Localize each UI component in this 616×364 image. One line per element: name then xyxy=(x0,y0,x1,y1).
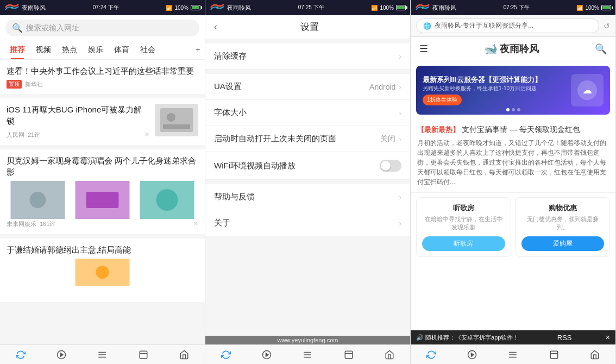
settings-arrow-help: › xyxy=(399,193,401,202)
status-time-2: 07:25 下午 xyxy=(298,4,324,11)
settings-arrow-clear: › xyxy=(399,52,401,61)
news-meta-2: 人民网 21评 × xyxy=(7,130,149,140)
search-input-wrap[interactable]: 🔍 搜索或输入网址 xyxy=(5,20,199,36)
search-bar: 🔍 搜索或输入网址 xyxy=(0,15,205,41)
settings-item-about[interactable]: 关于 › xyxy=(205,210,410,236)
nav-menu-2[interactable] xyxy=(303,350,312,360)
status-left-1: 夜雨聆风 xyxy=(4,3,46,12)
banner-ad[interactable]: 最新系列III云服务器【更强计算能力】 另赠先买新秒换服务，终生承担1-10万日… xyxy=(416,66,610,115)
panel-settings: 夜雨聆风 07:25 下午 📶 100% ‹ 设置 清除缓存 › UA设置 An… xyxy=(205,0,411,364)
service-card-shop[interactable]: 购物优惠 无门槛优惠券，领到就是赚到。 爱购屋 xyxy=(516,197,611,257)
settings-item-autoopen[interactable]: 启动时自动打开上次未关闭的页面 关闭 › xyxy=(205,126,410,152)
settings-title: 设置 xyxy=(300,21,319,33)
settings-label-clear: 清除缓存 xyxy=(214,51,399,61)
url-text: 夜雨聆风-专注于互联网资源分享... xyxy=(435,21,533,30)
settings-item-clear-cache[interactable]: 清除缓存 › xyxy=(205,43,410,70)
service-card-shop-btn[interactable]: 爱购屋 xyxy=(521,236,605,251)
bottom-nav-1 xyxy=(0,344,205,364)
svg-marker-22 xyxy=(266,353,269,356)
nav-tab-3[interactable] xyxy=(549,350,559,360)
url-bar[interactable]: 🌐 夜雨聆风-专注于互联网资源分享... xyxy=(416,18,599,33)
hot-article[interactable]: 【最新最热】 支付宝搞事情 — 每天领取现金红包 月初的活动，老夜昨晚才知道，又… xyxy=(411,119,615,193)
signal-icon-1: 📶 xyxy=(166,5,172,11)
settings-header: ‹ 设置 xyxy=(205,15,410,39)
service-card-shop-desc: 无门槛优惠券，领到就是赚到。 xyxy=(521,215,605,232)
nav-home-1[interactable] xyxy=(179,350,189,360)
news-publisher-1: 新华社 xyxy=(25,80,43,89)
rss-icon[interactable]: RSS xyxy=(557,334,572,342)
news-with-img-2: iOS 11再曝大BUG iPhone可被暴力解锁 人民网 21评 × xyxy=(7,104,198,140)
service-card-music-btn[interactable]: 听歌房 xyxy=(422,236,505,251)
settings-back-btn[interactable]: ‹ xyxy=(214,21,217,33)
browser-bar: 🌐 夜雨聆风-专注于互联网资源分享... ↺ xyxy=(411,15,615,37)
settings-value-ua: Android xyxy=(369,83,395,91)
nav-menu-3[interactable] xyxy=(508,350,518,360)
hot-title: 支付宝搞事情 — 每天领取现金红包 xyxy=(462,125,580,134)
settings-value-autoopen: 关闭 xyxy=(380,134,395,144)
news-img-2 xyxy=(155,104,198,136)
settings-label-wifi: WiFi环境视频自动播放 xyxy=(214,161,380,171)
news-source-2: 人民网 xyxy=(7,131,24,139)
settings-toggle-wifi[interactable] xyxy=(380,160,401,172)
nav-play-3[interactable] xyxy=(467,350,477,360)
banner-dot-3 xyxy=(517,108,520,111)
nav-home-2[interactable] xyxy=(385,350,394,360)
nav-refresh-3[interactable] xyxy=(426,350,436,360)
settings-item-wifi-video[interactable]: WiFi环境视频自动播放 xyxy=(205,152,410,180)
nav-tabs: 推荐 视频 热点 娱乐 体育 社会 + xyxy=(0,41,205,60)
news-item-2[interactable]: iOS 11再曝大BUG iPhone可被暴力解锁 人民网 21评 × xyxy=(0,98,205,145)
tab-add[interactable]: + xyxy=(196,45,200,55)
web-search-icon[interactable]: 🔍 xyxy=(595,43,607,55)
nav-menu-1[interactable] xyxy=(97,350,107,360)
news-item-4[interactable]: 于谦结婚请郭德纲出主意,结局高能 xyxy=(0,239,205,302)
tab-entertainment[interactable]: 娱乐 xyxy=(83,41,109,59)
news-comments-3: 161评 xyxy=(40,220,55,228)
svg-rect-36 xyxy=(550,351,558,359)
panel-web: 夜雨聆风 07:25 下午 📶 100% 🌐 夜雨聆风-专注于互联网资源分享..… xyxy=(411,0,616,364)
news-dismiss-3[interactable]: × xyxy=(193,219,198,229)
web-content: ☰ 🐋 夜雨聆风 🔍 最新系列III云服务器【更强计算能力】 另赠先买新秒换服务… xyxy=(411,37,615,344)
notify-close-btn[interactable]: × xyxy=(606,333,610,342)
nav-play-1[interactable] xyxy=(56,350,66,360)
news-img-4a xyxy=(7,259,198,297)
settings-item-ua[interactable]: UA设置 Android › xyxy=(205,74,410,100)
bottom-nav-2 xyxy=(205,344,410,364)
web-menu-icon[interactable]: ☰ xyxy=(419,43,428,55)
nav-refresh-2[interactable] xyxy=(221,350,231,360)
nav-play-2[interactable] xyxy=(262,350,272,360)
settings-item-help[interactable]: 帮助与反馈 › xyxy=(205,184,410,210)
settings-arrow-ua: › xyxy=(399,83,401,91)
status-indicators-2: 📶 100% xyxy=(371,5,406,11)
signal-icon-2: 📶 xyxy=(371,5,378,11)
news-dismiss-2[interactable]: × xyxy=(144,130,149,140)
nav-tab-1[interactable] xyxy=(139,350,148,360)
tab-recommended[interactable]: 推荐 xyxy=(4,41,30,59)
nav-home-3[interactable] xyxy=(590,350,600,360)
status-title-1: 夜雨聆风 xyxy=(22,4,46,12)
panel-news: 夜雨聆风 07:24 下午 📶 100% 🔍 搜索或输入网址 推荐 视频 热点 … xyxy=(0,0,205,364)
banner-subtitle: 另赠先买新秒换服务，终生承担1-10万日活问题 xyxy=(423,85,542,92)
browser-refresh-icon[interactable]: ↺ xyxy=(604,22,610,30)
tab-sports[interactable]: 体育 xyxy=(109,41,135,59)
banner-dots xyxy=(506,108,520,111)
tab-hot[interactable]: 热点 xyxy=(56,41,83,59)
news-item-1[interactable]: 速看！中央外事工作会议上习近平的这些话非常重要 置顶 新华社 xyxy=(0,60,205,94)
settings-label-about: 关于 xyxy=(214,218,399,228)
banner-btn[interactable]: 1折终生体验 xyxy=(423,95,462,105)
bottom-nav-3 xyxy=(411,344,615,364)
tab-society[interactable]: 社会 xyxy=(135,41,161,59)
news-meta-3: 未来网娱乐 161评 × xyxy=(7,219,198,229)
nav-refresh-1[interactable] xyxy=(16,350,26,360)
service-card-music[interactable]: 听歌房 在暗暗中寻找宁静，在生活中发现乐趣 听歌房 xyxy=(416,197,511,257)
settings-item-fontsize[interactable]: 字体大小 › xyxy=(205,100,410,126)
p2-watermark: www.yeyulingfeng.com xyxy=(205,336,410,344)
notify-text: 🔊 随机推荐：《安卓字拆字app软件！ xyxy=(416,334,519,342)
tab-video[interactable]: 视频 xyxy=(30,41,56,59)
signal-icon-3: 📶 xyxy=(576,5,583,11)
app-logo-3 xyxy=(415,3,430,12)
nav-tab-2[interactable] xyxy=(344,350,354,360)
news-item-3[interactable]: 贝克汉姆一家现身霉霉演唱会 两个儿子化身迷弟求合影 未来网娱乐 161评 × xyxy=(0,149,205,234)
status-time-3: 07:25 下午 xyxy=(504,4,530,11)
banner-dot-1 xyxy=(506,108,510,111)
settings-arrow-about: › xyxy=(399,219,401,228)
